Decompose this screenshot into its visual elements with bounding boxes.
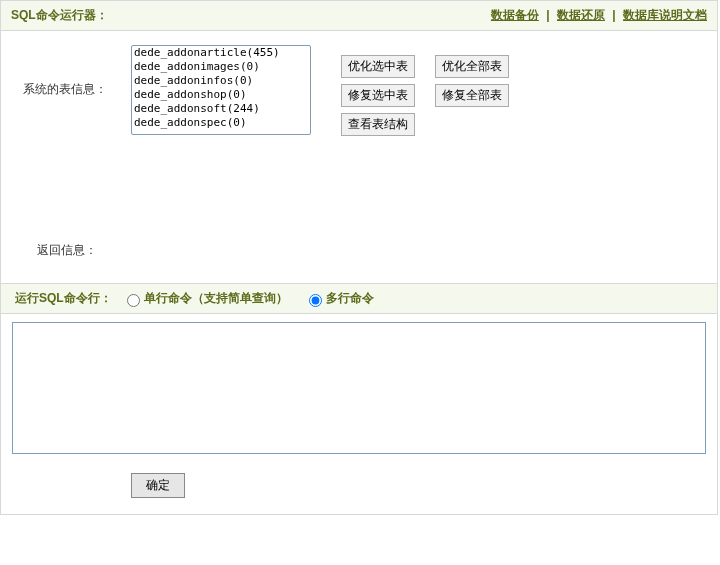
sql-mode-section: 运行SQL命令行： 单行命令（支持简单查询） 多行命令 [1, 283, 717, 314]
sql-mode-label: 运行SQL命令行： [15, 290, 112, 307]
return-label: 返回信息： [37, 242, 97, 259]
multi-line-radio-wrap[interactable]: 多行命令 [304, 290, 374, 307]
table-option[interactable]: dede_addonspec(0) [132, 116, 310, 130]
action-buttons-col: 优化选中表 优化全部表 修复选中表 修复全部表 查看表结构 [321, 45, 509, 142]
header-bar: SQL命令运行器： 数据备份 | 数据还原 | 数据库说明文档 [1, 1, 717, 31]
tables-section: 系统的表信息： dede_addonarticle(455)dede_addon… [1, 31, 717, 156]
single-line-radio-label: 单行命令（支持简单查询） [144, 290, 288, 307]
button-row: 优化选中表 优化全部表 [341, 55, 509, 78]
repair-selected-button[interactable]: 修复选中表 [341, 84, 415, 107]
table-option[interactable]: dede_addonimages(0) [132, 60, 310, 74]
multi-line-radio-label: 多行命令 [326, 290, 374, 307]
return-section: 返回信息： [1, 156, 717, 283]
table-option[interactable]: dede_addonarticle(455) [132, 46, 310, 60]
single-line-radio[interactable] [127, 294, 140, 307]
main-container: SQL命令运行器： 数据备份 | 数据还原 | 数据库说明文档 系统的表信息： … [0, 0, 718, 515]
db-docs-link[interactable]: 数据库说明文档 [623, 8, 707, 22]
button-row: 修复选中表 修复全部表 [341, 84, 509, 107]
table-option[interactable]: dede_addoninfos(0) [132, 74, 310, 88]
view-structure-button[interactable]: 查看表结构 [341, 113, 415, 136]
tables-listbox[interactable]: dede_addonarticle(455)dede_addonimages(0… [131, 45, 311, 135]
header-links: 数据备份 | 数据还原 | 数据库说明文档 [491, 7, 707, 24]
divider: | [612, 8, 615, 22]
data-restore-link[interactable]: 数据还原 [557, 8, 605, 22]
repair-all-button[interactable]: 修复全部表 [435, 84, 509, 107]
multi-line-radio[interactable] [309, 294, 322, 307]
data-backup-link[interactable]: 数据备份 [491, 8, 539, 22]
button-row: 查看表结构 [341, 113, 509, 136]
optimize-all-button[interactable]: 优化全部表 [435, 55, 509, 78]
submit-button[interactable]: 确定 [131, 473, 185, 498]
submit-section: 确定 [1, 467, 717, 514]
tables-list-col: dede_addonarticle(455)dede_addonimages(0… [131, 45, 321, 135]
optimize-selected-button[interactable]: 优化选中表 [341, 55, 415, 78]
sql-input[interactable] [12, 322, 706, 454]
divider: | [546, 8, 549, 22]
tables-label: 系统的表信息： [23, 45, 131, 98]
page-title: SQL命令运行器： [11, 7, 108, 24]
single-line-radio-wrap[interactable]: 单行命令（支持简单查询） [122, 290, 288, 307]
table-option[interactable]: dede_addonsoft(244) [132, 102, 310, 116]
sql-textarea-section [1, 314, 717, 467]
table-option[interactable]: dede_addonshop(0) [132, 88, 310, 102]
